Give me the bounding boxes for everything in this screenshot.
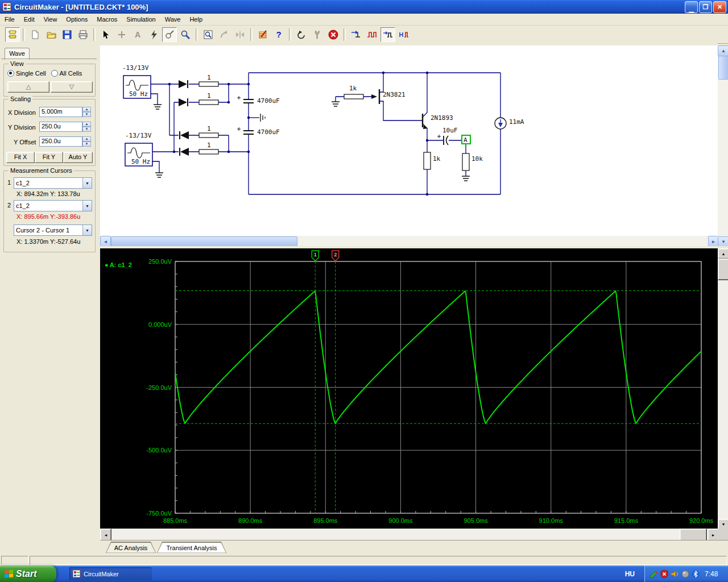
waveform-hscroll-thumb[interactable] xyxy=(680,529,707,541)
svg-text:905.0ms: 905.0ms xyxy=(464,517,488,524)
y-division-spinner[interactable]: ▲▼ xyxy=(82,122,91,132)
waveform-hscroll-right-icon[interactable]: ► xyxy=(708,529,719,541)
tab-transient-analysis[interactable]: Transient Analysis xyxy=(157,542,226,553)
probe-tool-button[interactable] xyxy=(162,27,177,42)
component-label: 1k xyxy=(433,155,440,163)
menu-help[interactable]: Help xyxy=(185,14,207,24)
delete-lightning-icon xyxy=(150,30,157,39)
select-arrow-button[interactable] xyxy=(98,27,113,42)
start-button[interactable]: Start xyxy=(0,566,56,582)
menu-file[interactable]: File xyxy=(0,14,19,24)
scope-digital-button[interactable] xyxy=(365,27,379,42)
zoom-tool-button[interactable] xyxy=(178,27,193,42)
digital-options-button[interactable] xyxy=(255,27,270,42)
waveform-plot[interactable]: 885.0ms890.0ms895.0ms900.0ms905.0ms910.0… xyxy=(100,248,718,529)
menu-options[interactable]: Options xyxy=(61,14,92,24)
schematic-canvas[interactable]: -13/13V50 Hz-13/13V50 Hz11114700uF4700uF… xyxy=(100,45,718,236)
svg-text:895.0ms: 895.0ms xyxy=(313,517,338,524)
windows-logo-icon xyxy=(5,569,13,578)
cell-up-button[interactable]: △ xyxy=(7,81,49,93)
auto-y-button[interactable]: Auto Y xyxy=(63,152,93,163)
svg-text:250.0uV: 250.0uV xyxy=(148,258,172,265)
cursor2-combo-arrow-icon[interactable]: ▼ xyxy=(82,201,92,211)
schematic-vscroll-thumb[interactable] xyxy=(718,56,728,80)
cursor1-signal-combo[interactable]: c1_2 ▼ xyxy=(14,177,92,189)
cursor1-readout: X: 894.32m Y: 133.78u xyxy=(16,190,80,197)
cursor1-index: 1 xyxy=(7,179,11,186)
save-file-icon xyxy=(63,30,72,39)
help-button[interactable]: ? xyxy=(271,27,286,42)
zoom-select-button[interactable] xyxy=(201,27,216,42)
y-offset-field[interactable]: 250.0u xyxy=(39,136,82,147)
schematic-hscrollbar[interactable]: ◄ ► xyxy=(100,236,718,246)
language-indicator[interactable]: HU xyxy=(617,566,643,582)
cursor-diff-combo-arrow-icon[interactable]: ▼ xyxy=(82,225,92,235)
waveform-hscroll-left-icon[interactable]: ◄ xyxy=(100,529,111,541)
waveform-vscrollbar[interactable]: ▲ ▼ xyxy=(718,248,728,529)
rotate-button[interactable] xyxy=(217,27,231,42)
radio-all-cells[interactable]: All Cells xyxy=(51,70,82,77)
analysis-tab-bar: AC Analysis Transient Analysis xyxy=(100,540,728,555)
scope-step-button[interactable] xyxy=(349,27,363,42)
cursors-group-title: Measurement Cursors xyxy=(9,167,74,174)
radio-single-cell-dot[interactable] xyxy=(7,70,14,77)
clock[interactable]: 7:48 xyxy=(705,570,718,578)
menu-wave[interactable]: Wave xyxy=(160,14,185,24)
menu-macros[interactable]: Macros xyxy=(92,14,122,24)
tablet-pen-tray-icon[interactable] xyxy=(650,570,658,578)
select-arrow-icon xyxy=(102,30,110,39)
waveform-hscrollbar[interactable]: ◄ ► xyxy=(100,529,718,540)
scope-analog-button[interactable] xyxy=(380,27,395,42)
print-button[interactable] xyxy=(76,27,90,42)
restore-button[interactable]: ❐ xyxy=(699,1,712,13)
cursor-diff-combo[interactable]: Cursor 2 - Cursor 1 ▼ xyxy=(14,225,92,236)
schematic-vscroll-up-icon[interactable]: ▲ xyxy=(718,45,728,56)
open-file-button[interactable] xyxy=(44,27,59,42)
cursor-diff-readout: X: 1.3370m Y:-527.64u xyxy=(16,238,80,245)
cursor2-signal-combo[interactable]: c1_2 ▼ xyxy=(14,200,92,211)
menu-simulation[interactable]: Simulation xyxy=(122,14,160,24)
taskbar-item-circuitmaker[interactable]: CircuitMaker xyxy=(69,567,152,580)
fit-x-button[interactable]: Fit X xyxy=(6,152,35,163)
minimize-button[interactable]: ▁ xyxy=(685,1,698,13)
delete-lightning-button[interactable] xyxy=(146,27,161,42)
schematic-vscrollbar[interactable]: ▲ ▼ xyxy=(718,45,728,246)
trace-color-dot: ● xyxy=(105,261,109,268)
tab-wave[interactable]: Wave xyxy=(5,48,30,60)
y-offset-spinner[interactable]: ▲▼ xyxy=(82,136,91,147)
radio-all-cells-dot[interactable] xyxy=(51,70,58,77)
menu-view[interactable]: View xyxy=(39,14,62,24)
waveform-panel[interactable]: 885.0ms890.0ms895.0ms900.0ms905.0ms910.0… xyxy=(100,248,718,529)
setup-wrench-icon xyxy=(313,30,321,39)
new-file-button[interactable] xyxy=(28,27,43,42)
reset-button[interactable] xyxy=(294,27,309,42)
y-division-field[interactable]: 250.0u xyxy=(39,122,82,132)
gray-ball-tray-icon[interactable] xyxy=(681,570,689,578)
close-button[interactable]: ✕ xyxy=(713,1,726,13)
fit-y-button[interactable]: Fit Y xyxy=(35,152,63,163)
schematic-hscroll-thumb[interactable] xyxy=(111,236,297,247)
radio-single-cell[interactable]: Single Cell xyxy=(7,70,46,77)
setup-wrench-button[interactable] xyxy=(310,27,325,42)
stop-simulation-button[interactable] xyxy=(326,27,341,42)
cell-down-button[interactable]: ▽ xyxy=(51,81,93,93)
security-shield-tray-icon[interactable] xyxy=(660,570,668,578)
volume-tray-icon[interactable] xyxy=(671,570,679,578)
cursor1-combo-arrow-icon[interactable]: ▼ xyxy=(82,178,92,188)
wire-plus-button[interactable] xyxy=(114,27,129,42)
save-file-button[interactable] xyxy=(60,27,75,42)
x-division-field[interactable]: 5.000m xyxy=(39,107,82,117)
text-tool-button[interactable]: A xyxy=(130,27,145,42)
scope-mixed-button[interactable] xyxy=(396,27,411,42)
flip-button[interactable] xyxy=(233,27,247,42)
schematic-hscroll-left-icon[interactable]: ◄ xyxy=(100,236,111,247)
title-bar[interactable]: CircuitMaker - [UNTITLED.CKT* 100%] ▁ ❐ … xyxy=(0,0,728,14)
bluetooth-tray-icon[interactable] xyxy=(692,570,700,578)
waveform-vscroll-up-icon[interactable]: ▲ xyxy=(718,248,728,259)
x-division-spinner[interactable]: ▲▼ xyxy=(82,107,91,117)
menu-edit[interactable]: Edit xyxy=(19,14,39,24)
tab-ac-analysis[interactable]: AC Analysis xyxy=(106,542,156,553)
status-cell-main xyxy=(30,556,727,565)
waveform-vscroll-thumb[interactable] xyxy=(718,259,728,280)
parts-browser-button[interactable] xyxy=(5,27,20,42)
